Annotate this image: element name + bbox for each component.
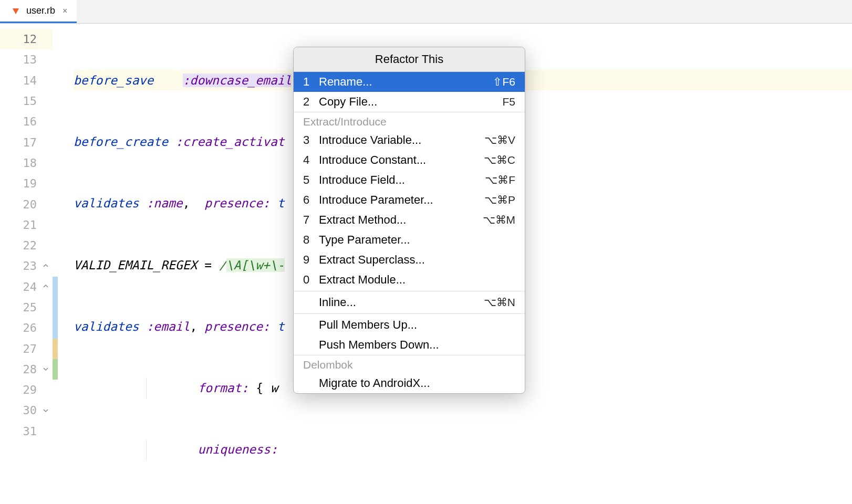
gutter-line-number: 23 [0, 256, 53, 276]
menu-item-push-members-down[interactable]: Push Members Down... [294, 335, 525, 355]
gutter-line-number: 16 [0, 111, 53, 132]
tab-label: user.rb [26, 5, 55, 16]
menu-item-introduce-variable[interactable]: 3Introduce Variable...⌥⌘V [294, 130, 525, 150]
close-icon[interactable]: × [60, 6, 69, 16]
gutter-line-number: 13 [0, 49, 53, 70]
menu-item-copy-file[interactable]: 2Copy File...F5 [294, 92, 525, 112]
gutter-line-number: 15 [0, 91, 53, 111]
menu-item-extract-module[interactable]: 0Extract Module... [294, 270, 525, 290]
gutter-line-number: 18 [0, 153, 53, 173]
menu-item-label: Type Parameter... [318, 233, 515, 247]
popup-section-delombok: Delombok [294, 355, 525, 373]
menu-item-number: 9 [303, 253, 318, 267]
menu-item-number: 2 [303, 95, 318, 109]
fold-collapse-icon[interactable] [42, 262, 49, 270]
menu-item-shortcut: ⌥⌘P [484, 194, 515, 206]
menu-item-extract-superclass[interactable]: 9Extract Superclass... [294, 250, 525, 270]
menu-item-label: Pull Members Up... [318, 318, 515, 332]
menu-item-migrate-to-androidx[interactable]: Migrate to AndroidX... [294, 373, 525, 393]
menu-item-introduce-constant[interactable]: 4Introduce Constant...⌥⌘C [294, 150, 525, 170]
menu-item-label: Extract Module... [318, 273, 515, 287]
menu-item-pull-members-up[interactable]: Pull Members Up... [294, 315, 525, 335]
menu-item-label: Introduce Variable... [318, 133, 484, 147]
menu-item-label: Rename... [318, 75, 493, 89]
gutter-line-number: 14 [0, 70, 53, 91]
gutter-line-number: 27 [0, 338, 53, 359]
code-line: uniqueness: [74, 439, 852, 460]
menu-item-label: Introduce Constant... [318, 153, 484, 167]
menu-item-number: 7 [303, 213, 318, 227]
menu-item-introduce-parameter[interactable]: 6Introduce Parameter...⌥⌘P [294, 190, 525, 210]
gutter-line-number: 31 [0, 421, 53, 442]
gutter-line-number: 24 [0, 277, 53, 297]
menu-item-number: 6 [303, 193, 318, 207]
menu-item-extract-method[interactable]: 7Extract Method...⌥⌘M [294, 210, 525, 230]
menu-item-number: 1 [303, 75, 318, 89]
fold-collapse-icon[interactable] [42, 283, 49, 290]
gutter-line-number: 20 [0, 194, 53, 214]
fold-expand-icon[interactable] [42, 407, 49, 414]
menu-item-label: Introduce Field... [318, 173, 485, 187]
gutter-line-number: 17 [0, 132, 53, 152]
gutter-line-number: 22 [0, 235, 53, 256]
gutter-line-number: 25 [0, 297, 53, 318]
menu-item-shortcut: ⌥⌘F [485, 174, 515, 186]
menu-item-shortcut: ⌥⌘C [484, 154, 515, 166]
keyword: before_save [74, 74, 153, 87]
separator [294, 313, 525, 314]
symbol-highlighted: :downcase_email [183, 74, 292, 87]
menu-item-label: Migrate to AndroidX... [318, 376, 515, 390]
menu-item-label: Extract Method... [318, 213, 483, 227]
popup-section-extract: Extract/Introduce [294, 112, 525, 130]
gutter: 1213141516171819202122232425262728293031 [0, 24, 53, 504]
menu-item-shortcut: ⌥⌘V [484, 134, 515, 146]
gutter-line-number: 21 [0, 215, 53, 235]
gutter-line-number: 30 [0, 400, 53, 421]
menu-item-shortcut: ⌥⌘N [484, 296, 515, 309]
menu-item-type-parameter[interactable]: 8Type Parameter... [294, 230, 525, 250]
gutter-line-number: 12 [0, 29, 53, 49]
menu-item-label: Copy File... [318, 95, 502, 109]
menu-item-introduce-field[interactable]: 5Introduce Field...⌥⌘F [294, 170, 525, 190]
menu-item-number: 3 [303, 133, 318, 147]
menu-item-number: 5 [303, 173, 318, 187]
gutter-line-number: 26 [0, 318, 53, 338]
file-tab[interactable]: user.rb × [0, 0, 77, 23]
refactor-popup: Refactor This 1Rename...⇧F62Copy File...… [293, 47, 525, 394]
menu-item-number: 4 [303, 153, 318, 167]
ruby-file-icon [11, 6, 21, 16]
menu-item-number: 0 [303, 273, 318, 287]
menu-item-label: Introduce Parameter... [318, 193, 484, 207]
menu-item-rename[interactable]: 1Rename...⇧F6 [294, 72, 525, 92]
gutter-line-number: 19 [0, 173, 53, 194]
code-line: has_secure_password [74, 501, 852, 504]
menu-item-label: Inline... [318, 296, 484, 309]
separator [294, 291, 525, 291]
popup-title: Refactor This [294, 47, 525, 72]
fold-expand-icon[interactable] [42, 365, 49, 373]
svg-marker-0 [13, 8, 19, 14]
menu-item-inline[interactable]: Inline...⌥⌘N [294, 292, 525, 312]
menu-item-number: 8 [303, 233, 318, 247]
tab-bar: user.rb × [0, 0, 852, 24]
menu-item-shortcut: ⇧F6 [493, 76, 515, 88]
menu-item-shortcut: F5 [502, 96, 515, 108]
menu-item-label: Extract Superclass... [318, 253, 515, 267]
menu-item-shortcut: ⌥⌘M [483, 214, 516, 226]
gutter-line-number: 29 [0, 380, 53, 400]
menu-item-label: Push Members Down... [318, 338, 515, 352]
gutter-line-number: 28 [0, 359, 53, 380]
